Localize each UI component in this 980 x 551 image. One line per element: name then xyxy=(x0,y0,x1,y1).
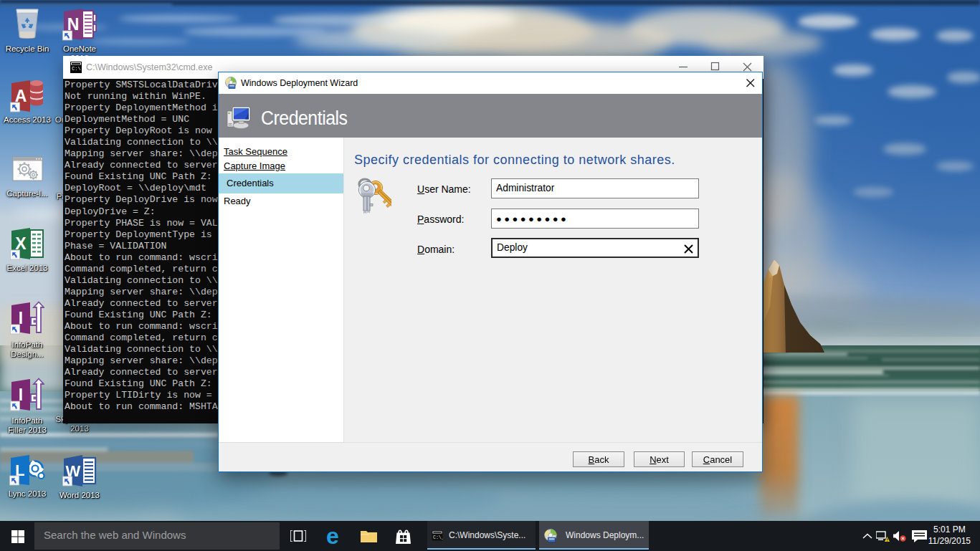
svg-text:C:\: C:\ xyxy=(72,66,81,72)
svg-text:C:\_: C:\_ xyxy=(433,535,443,540)
